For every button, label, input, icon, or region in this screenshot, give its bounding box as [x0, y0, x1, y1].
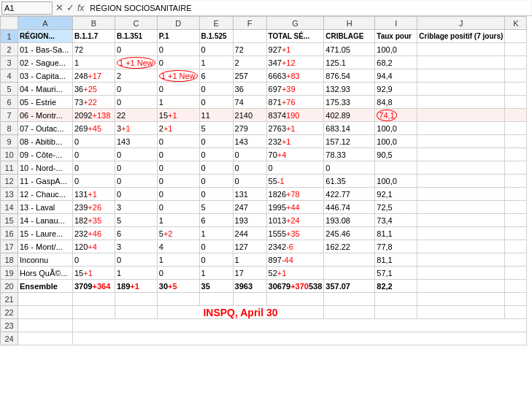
cell-d21[interactable]: [157, 293, 199, 306]
cell-j9[interactable]: [417, 135, 505, 148]
cell-f15[interactable]: 193: [233, 214, 266, 227]
cell-i12[interactable]: 100,0: [375, 175, 417, 188]
cell-k9[interactable]: [505, 135, 527, 148]
cell-i8[interactable]: 100,0: [375, 122, 417, 135]
col-header-i[interactable]: I: [375, 17, 417, 30]
cell-d20[interactable]: 30+5: [157, 280, 199, 293]
cell-f2[interactable]: 72: [233, 43, 266, 56]
cell-j5[interactable]: [417, 83, 505, 96]
cell-c17[interactable]: 3: [115, 240, 158, 253]
cell-d13[interactable]: 0: [157, 188, 199, 201]
cell-g1[interactable]: TOTAL SÉ...: [266, 30, 324, 43]
cell-j15[interactable]: [417, 214, 505, 227]
cell-d10[interactable]: 0: [157, 148, 199, 161]
cell-a17[interactable]: 16 - Mont/...: [18, 240, 73, 253]
cell-f19[interactable]: 17: [233, 267, 266, 280]
cell-k5[interactable]: [505, 83, 527, 96]
cell-rest-24[interactable]: [73, 332, 527, 345]
cell-a21[interactable]: [18, 293, 73, 306]
cell-c5[interactable]: 0: [115, 83, 158, 96]
cell-g3[interactable]: 347+12: [266, 56, 324, 69]
cell-h16[interactable]: 245.46: [324, 227, 375, 240]
cell-j21[interactable]: [417, 293, 505, 306]
cell-i18[interactable]: 81,1: [375, 253, 417, 267]
cell-f21[interactable]: [233, 293, 266, 306]
cell-d18[interactable]: 1: [157, 253, 199, 267]
cell-g5[interactable]: 697+39: [266, 83, 324, 96]
cell-h13[interactable]: 422.77: [324, 188, 375, 201]
cell-k14[interactable]: [505, 201, 527, 214]
formula-input[interactable]: [87, 1, 531, 15]
cell-k21[interactable]: [505, 293, 527, 306]
cell-k17[interactable]: [505, 240, 527, 253]
cell-e8[interactable]: 5: [199, 122, 233, 135]
cancel-icon[interactable]: ✕: [55, 2, 63, 13]
cell-b7[interactable]: 2092+138: [73, 109, 115, 122]
cell-g16[interactable]: 1555+35: [266, 227, 324, 240]
cell-c12[interactable]: 0: [115, 175, 158, 188]
cell-i16[interactable]: 81,1: [375, 227, 417, 240]
cell-d3[interactable]: 0: [157, 56, 199, 69]
cell-b11[interactable]: 0: [73, 161, 115, 175]
cell-c22[interactable]: [115, 306, 158, 319]
cell-g17[interactable]: 2342-6: [266, 240, 324, 253]
col-header-j[interactable]: J: [417, 17, 505, 30]
cell-k13[interactable]: [505, 188, 527, 201]
cell-f14[interactable]: 247: [233, 201, 266, 214]
cell-i17[interactable]: 77,8: [375, 240, 417, 253]
cell-k2[interactable]: [505, 43, 527, 56]
cell-k7[interactable]: [505, 109, 527, 122]
cell-i19[interactable]: 57,1: [375, 267, 417, 280]
cell-k12[interactable]: [505, 175, 527, 188]
cell-d6[interactable]: 1: [157, 96, 199, 109]
cell-h15[interactable]: 193.08: [324, 214, 375, 227]
cell-k20[interactable]: [505, 280, 527, 293]
cell-b1[interactable]: B.1.1.7: [73, 30, 115, 43]
cell-h5[interactable]: 132.93: [324, 83, 375, 96]
cell-d2[interactable]: 0: [157, 43, 199, 56]
cell-e10[interactable]: 0: [199, 148, 233, 161]
cell-a4[interactable]: 03 - Capita...: [18, 69, 73, 83]
col-header-e[interactable]: E: [199, 17, 233, 30]
cell-c15[interactable]: 5: [115, 214, 158, 227]
cell-b16[interactable]: 232+46: [73, 227, 115, 240]
cell-k6[interactable]: [505, 96, 527, 109]
cell-h8[interactable]: 683.14: [324, 122, 375, 135]
cell-a10[interactable]: 09 - Côte-...: [18, 148, 73, 161]
cell-a9[interactable]: 08 - Abitib...: [18, 135, 73, 148]
cell-h3[interactable]: 125.1: [324, 56, 375, 69]
cell-e13[interactable]: 0: [199, 188, 233, 201]
cell-i2[interactable]: 100,0: [375, 43, 417, 56]
cell-d1[interactable]: P.1: [157, 30, 199, 43]
cell-d15[interactable]: 1: [157, 214, 199, 227]
cell-h14[interactable]: 446.74: [324, 201, 375, 214]
cell-i7[interactable]: 74,1: [375, 109, 417, 122]
cell-k16[interactable]: [505, 227, 527, 240]
cell-e4[interactable]: 6: [199, 69, 233, 83]
cell-g4[interactable]: 6663+83: [266, 69, 324, 83]
cell-k22[interactable]: [505, 306, 527, 319]
cell-j8[interactable]: [417, 122, 505, 135]
cell-d8[interactable]: 2+1: [157, 122, 199, 135]
cell-g7[interactable]: 8374190: [266, 109, 324, 122]
cell-j18[interactable]: [417, 253, 505, 267]
col-header-b[interactable]: B: [73, 17, 115, 30]
cell-b10[interactable]: 0: [73, 148, 115, 161]
cell-h7[interactable]: 402.89: [324, 109, 375, 122]
cell-c19[interactable]: 1: [115, 267, 158, 280]
cell-h2[interactable]: 471.05: [324, 43, 375, 56]
cell-e18[interactable]: 0: [199, 253, 233, 267]
cell-a12[interactable]: 11 - GaspA...: [18, 175, 73, 188]
cell-c3[interactable]: 1 +1 New: [115, 56, 158, 69]
cell-c18[interactable]: 0: [115, 253, 158, 267]
cell-c4[interactable]: 2: [115, 69, 158, 83]
cell-i11[interactable]: [375, 161, 417, 175]
cell-k19[interactable]: [505, 267, 527, 280]
cell-rest-23[interactable]: [73, 319, 527, 332]
cell-f8[interactable]: 279: [233, 122, 266, 135]
cell-e16[interactable]: 1: [199, 227, 233, 240]
cell-i10[interactable]: 90,5: [375, 148, 417, 161]
cell-a3[interactable]: 02 - Sague...: [18, 56, 73, 69]
cell-b18[interactable]: 0: [73, 253, 115, 267]
cell-k1[interactable]: [505, 30, 527, 43]
